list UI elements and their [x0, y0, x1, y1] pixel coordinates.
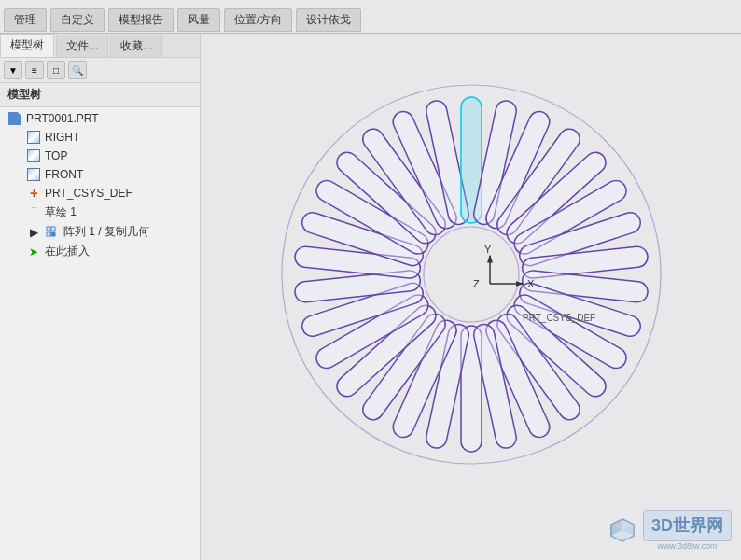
top-menu-bar [0, 0, 741, 7]
tab-customize[interactable]: 自定义 [50, 8, 105, 32]
expand-arrow-icon: ▶ [26, 225, 41, 240]
tree-item-csys[interactable]: ✛ PRT_CSYS_DEF [0, 184, 200, 203]
brand-label: 3D世界网 [643, 510, 732, 541]
tab-airflow[interactable]: 风量 [177, 8, 220, 32]
sketch-icon: ⌒ [26, 205, 41, 220]
tree-item-prt[interactable]: PRT0001.PRT [0, 109, 200, 128]
tree-search-btn[interactable]: 🔍 [68, 61, 87, 79]
tree-header: 模型树 [0, 83, 200, 107]
svg-text:Z: Z [473, 278, 480, 289]
gear-shape-svg: X Y Z PRT_CSYS_DEF [238, 50, 705, 498]
brand-cube-icon [608, 515, 637, 545]
plane-icon-top [26, 148, 41, 163]
tree-item-sketch1[interactable]: ⌒ 草绘 1 [0, 203, 200, 222]
main-toolbar: 管理 自定义 模型报告 风量 位置/方向 设计依戈 [0, 7, 741, 34]
tree-collapse-btn[interactable]: □ [47, 61, 65, 79]
tree-expand-btn[interactable]: ≡ [25, 61, 44, 79]
csys-label: PRT_CSYS_DEF [523, 313, 595, 323]
sidebar-tab-file[interactable]: 文件... [56, 35, 108, 57]
watermark: 3D世界网 www.3d8jw.com [608, 510, 732, 551]
brand-url: www.3d8jw.com [643, 541, 732, 551]
tree-item-front[interactable]: FRONT [0, 165, 200, 184]
svg-rect-1 [51, 227, 55, 231]
svg-text:Y: Y [484, 244, 492, 255]
sidebar-tab-bar: 模型树 文件... 收藏... [0, 34, 200, 58]
tab-manage[interactable]: 管理 [4, 8, 47, 32]
main-viewport[interactable]: X Y Z PRT_CSYS_DEF [201, 34, 741, 560]
svg-rect-3 [51, 232, 55, 236]
tab-design[interactable]: 设计依戈 [296, 8, 361, 32]
sidebar-tab-bookmark[interactable]: 收藏... [110, 35, 162, 57]
sidebar: 模型树 文件... 收藏... ▼ ≡ □ 🔍 模型树 PRT0001.PRT [0, 34, 201, 560]
sidebar-tab-model-tree[interactable]: 模型树 [0, 34, 54, 57]
csys-icon: ✛ [26, 186, 41, 201]
tree-item-pattern[interactable]: ▶ 阵列 1 / 复制几何 [0, 222, 200, 242]
tab-position[interactable]: 位置/方向 [224, 8, 292, 32]
svg-rect-2 [47, 232, 50, 236]
svg-point-35 [424, 227, 519, 322]
svg-text:X: X [527, 278, 535, 289]
svg-rect-0 [47, 227, 50, 231]
insert-icon: ➤ [26, 245, 41, 259]
tree-item-top[interactable]: TOP [0, 147, 200, 165]
tab-model-report[interactable]: 模型报告 [108, 8, 174, 32]
viewport-canvas: X Y Z PRT_CSYS_DEF [201, 34, 741, 560]
plane-icon-right [26, 130, 41, 145]
tree-item-insert[interactable]: ➤ 在此插入 [0, 242, 200, 261]
pattern-icon [45, 225, 60, 240]
sidebar-toolbar: ▼ ≡ □ 🔍 [0, 58, 200, 83]
plane-icon-front [26, 167, 41, 182]
tree-content: PRT0001.PRT RIGHT TOP [0, 107, 200, 560]
tree-settings-btn[interactable]: ▼ [4, 61, 22, 79]
tree-item-right[interactable]: RIGHT [0, 128, 200, 147]
prt-icon [7, 111, 22, 126]
